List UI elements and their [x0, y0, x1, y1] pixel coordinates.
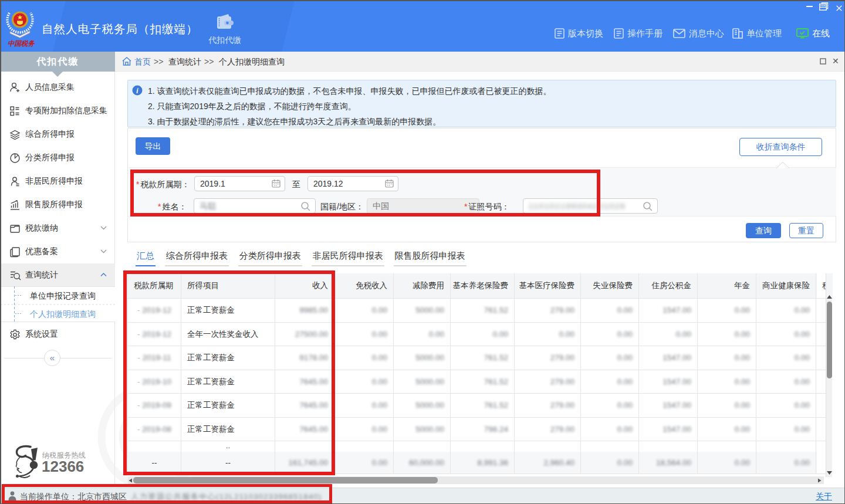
svg-text:中国税务: 中国税务 [8, 40, 35, 47]
svg-text:12366: 12366 [42, 458, 84, 475]
